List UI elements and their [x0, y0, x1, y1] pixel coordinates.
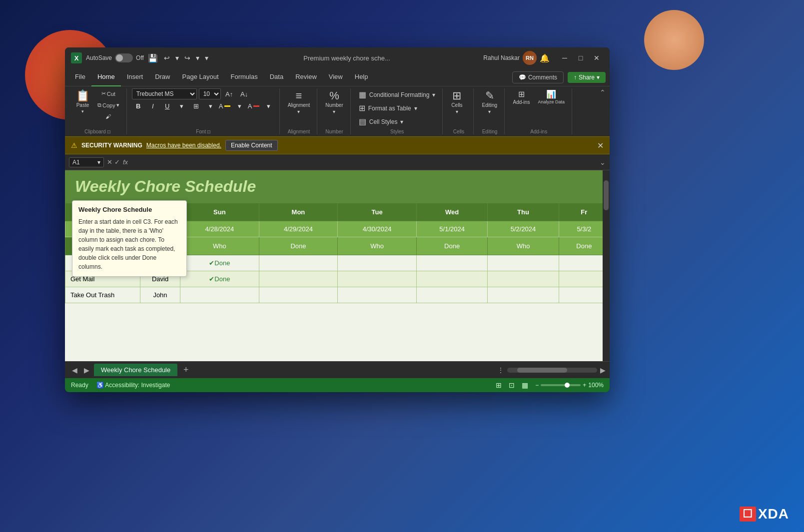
addins-button[interactable]: ⊞ Add-ins	[510, 88, 533, 107]
zoom-slider[interactable]	[541, 384, 581, 386]
cell-ref-dropdown[interactable]: ▾	[97, 159, 100, 166]
scrollbar-thumb[interactable]	[604, 180, 609, 210]
autosave-toggle[interactable]	[115, 53, 133, 62]
font-size-select[interactable]: 10	[199, 88, 221, 99]
date-wed[interactable]: 5/1/2024	[416, 221, 487, 237]
customize-qat[interactable]: ▾	[203, 53, 210, 63]
date-mon[interactable]: 4/29/2024	[259, 221, 338, 237]
format-as-table-button[interactable]: ⊞ Format as Table ▾	[356, 102, 439, 114]
decrease-font-button[interactable]: A↓	[238, 88, 251, 99]
fill-dropdown[interactable]: ▾	[233, 100, 246, 111]
sheet-options-button[interactable]: ⋮	[497, 366, 504, 374]
clipboard-expand-icon[interactable]: ⊡	[107, 129, 111, 134]
tab-view[interactable]: View	[323, 68, 349, 86]
row2-mon-who[interactable]	[259, 271, 338, 287]
maximize-button[interactable]: □	[574, 51, 588, 65]
enable-content-button[interactable]: Enable Content	[225, 140, 278, 151]
cells-button[interactable]: ⊞ Cells ▾	[448, 88, 466, 116]
tab-insert[interactable]: Insert	[121, 68, 149, 86]
cancel-formula-button[interactable]: ✕	[107, 158, 112, 166]
ribbon-expand-button[interactable]: ⌃	[600, 88, 606, 96]
copy-dropdown[interactable]: ▾	[116, 102, 119, 108]
close-button[interactable]: ✕	[590, 51, 604, 65]
row1-mon-done[interactable]	[338, 255, 417, 271]
zoom-thumb[interactable]	[565, 383, 570, 388]
paste-dropdown[interactable]: ▾	[81, 109, 84, 114]
conditional-formatting-dropdown[interactable]: ▾	[432, 91, 435, 98]
redo-button[interactable]: ↪	[182, 53, 192, 63]
confirm-formula-button[interactable]: ✓	[114, 158, 120, 166]
alignment-options-button[interactable]: ≡ Alignment ▾	[285, 88, 313, 116]
row1-wed-who[interactable]	[559, 255, 609, 271]
conditional-formatting-button[interactable]: ▦ Conditional Formatting ▾	[356, 88, 439, 101]
number-options-button[interactable]: % Number ▾	[322, 88, 346, 116]
row3-tue-done[interactable]	[488, 287, 559, 303]
underline-button[interactable]: U	[161, 100, 174, 111]
borders-dropdown[interactable]: ▾	[204, 100, 217, 111]
undo-dropdown[interactable]: ▾	[173, 53, 181, 63]
increase-font-button[interactable]: A↑	[223, 88, 236, 99]
sheet-prev-button[interactable]: ◀	[69, 365, 80, 376]
tab-data[interactable]: Data	[264, 68, 289, 86]
editing-dropdown[interactable]: ▾	[488, 109, 491, 114]
add-sheet-button[interactable]: +	[179, 364, 192, 377]
date-tue[interactable]: 4/30/2024	[338, 221, 417, 237]
row3-who[interactable]: John	[140, 287, 180, 303]
user-avatar[interactable]: RN	[523, 51, 537, 65]
tab-review[interactable]: Review	[289, 68, 323, 86]
scroll-right-button[interactable]: ▶	[600, 366, 606, 374]
security-close-button[interactable]: ✕	[597, 141, 604, 150]
date-fri[interactable]: 5/3/2	[559, 221, 609, 237]
font-color-dropdown[interactable]: ▾	[262, 100, 275, 111]
fill-color-button[interactable]: A	[219, 100, 232, 111]
row3-done[interactable]	[180, 287, 259, 303]
page-layout-view-button[interactable]: ⊡	[506, 380, 517, 391]
date-sun[interactable]: 4/28/2024	[180, 221, 259, 237]
save-icon[interactable]: 💾	[148, 53, 158, 63]
minimize-button[interactable]: ─	[558, 51, 572, 65]
row1-done[interactable]: ✔Done	[180, 255, 259, 271]
cells-dropdown[interactable]: ▾	[456, 109, 458, 114]
zoom-in-button[interactable]: +	[583, 382, 586, 389]
italic-button[interactable]: I	[146, 100, 159, 111]
row3-mon-who[interactable]	[259, 287, 338, 303]
redo-dropdown[interactable]: ▾	[194, 53, 201, 63]
row3-tue-who[interactable]	[416, 287, 487, 303]
paste-button[interactable]: 📋 Paste ▾	[73, 88, 92, 116]
cell-reference-box[interactable]: A1 ▾	[69, 157, 104, 167]
tab-page-layout[interactable]: Page Layout	[176, 68, 225, 86]
normal-view-button[interactable]: ⊞	[493, 380, 504, 391]
sheet-next-button[interactable]: ▶	[81, 365, 92, 376]
undo-button[interactable]: ↩	[162, 53, 172, 63]
horizontal-scrollbar[interactable]	[507, 368, 597, 373]
row3-mon-done[interactable]	[338, 287, 417, 303]
row2-done[interactable]: ✔Done	[180, 271, 259, 287]
row1-tue-done[interactable]	[488, 255, 559, 271]
formula-expand-button[interactable]: ⌄	[600, 158, 606, 166]
comments-button[interactable]: 💬 Comments	[512, 71, 564, 83]
font-expand-icon[interactable]: ⊡	[207, 129, 211, 134]
row2-tue-who[interactable]	[416, 271, 487, 287]
tab-file[interactable]: File	[69, 68, 91, 86]
row3-wed-who[interactable]	[559, 287, 609, 303]
row1-mon-who[interactable]	[259, 255, 338, 271]
row2-wed-who[interactable]	[559, 271, 609, 287]
number-dropdown[interactable]: ▾	[333, 109, 335, 114]
date-thu[interactable]: 5/2/2024	[488, 221, 559, 237]
row2-mon-done[interactable]	[338, 271, 417, 287]
cell-styles-dropdown[interactable]: ▾	[400, 118, 403, 125]
format-painter-button[interactable]: 🖌	[94, 111, 122, 121]
font-color-button[interactable]: A	[248, 100, 261, 111]
notification-icon[interactable]: 🔔	[540, 53, 550, 63]
underline-dropdown[interactable]: ▾	[175, 100, 188, 111]
bold-button[interactable]: B	[132, 100, 145, 111]
page-break-view-button[interactable]: ▦	[519, 380, 530, 391]
tab-formulas[interactable]: Formulas	[225, 68, 264, 86]
zoom-out-button[interactable]: −	[535, 382, 539, 389]
font-family-select[interactable]: Trebuchet MS	[132, 88, 197, 99]
row1-tue-who[interactable]	[416, 255, 487, 271]
borders-button[interactable]: ⊞	[190, 100, 203, 111]
format-table-dropdown[interactable]: ▾	[414, 105, 417, 112]
cut-button[interactable]: ✂ Cut	[94, 88, 122, 99]
alignment-dropdown[interactable]: ▾	[297, 109, 300, 114]
